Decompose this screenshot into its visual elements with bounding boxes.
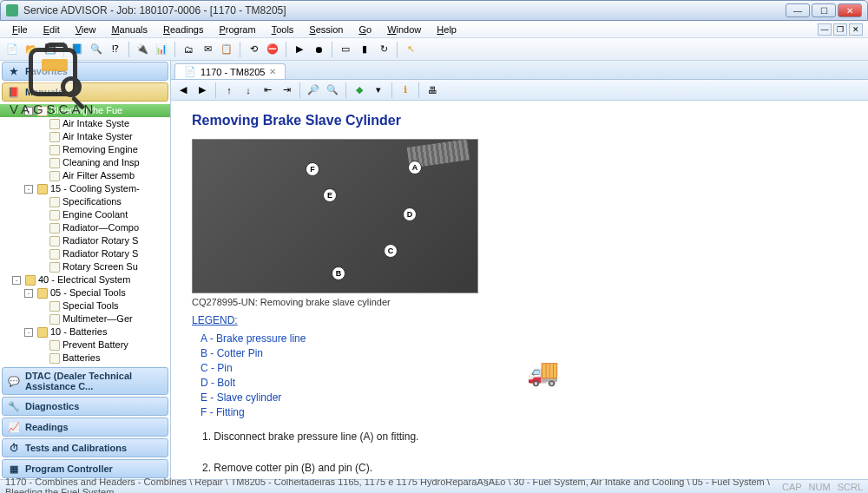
menu-manuals[interactable]: Manuals bbox=[104, 23, 155, 36]
tree-node[interactable]: Radiator Rotary S bbox=[0, 234, 170, 247]
tab-tm8205[interactable]: 📄 1170 - TM8205 ✕ bbox=[174, 63, 286, 79]
tb-readings-icon[interactable]: 📊 bbox=[153, 41, 170, 58]
tree-node[interactable]: Air Intake Syste bbox=[0, 117, 170, 130]
tb-open-icon[interactable]: 📂 bbox=[23, 41, 40, 58]
tree-node[interactable]: Prevent Battery bbox=[0, 339, 170, 352]
tb-pointer-icon[interactable]: ↖ bbox=[402, 41, 419, 58]
tree-node[interactable]: Engine Coolant bbox=[0, 208, 170, 221]
sidebar-dtac[interactable]: 💬DTAC (Dealer Technical Assistance C... bbox=[2, 367, 168, 395]
status-bar: 1170 - Combines and Headers - Combines \… bbox=[0, 479, 868, 493]
tab-label: 1170 - TM8205 bbox=[201, 67, 265, 77]
document-viewer[interactable]: Removing Brake Slave Cylinder A B C D E … bbox=[171, 101, 868, 479]
tree-node[interactable]: -05 - Special Tools bbox=[0, 286, 170, 299]
tree-node[interactable]: -10 - Batteries bbox=[0, 325, 170, 339]
tb-new-icon[interactable]: 📄 bbox=[3, 41, 21, 58]
info-icon[interactable]: ℹ bbox=[397, 82, 414, 99]
chart-icon: 📈 bbox=[8, 421, 20, 433]
sidebar-manuals[interactable]: 📕Manuals bbox=[2, 82, 168, 102]
manual-tree[interactable]: -Bleeding the FueAir Intake SysteAir Int… bbox=[0, 102, 170, 366]
bookmark-arrow-icon[interactable]: ▾ bbox=[370, 82, 387, 99]
nav-down-icon[interactable]: ↓ bbox=[240, 82, 257, 99]
mdi-restore[interactable]: ❐ bbox=[833, 23, 847, 36]
callout-b: B bbox=[332, 266, 345, 280]
document-tabs: 📄 1170 - TM8205 ✕ bbox=[171, 61, 868, 80]
nav-up-icon[interactable]: ↑ bbox=[220, 82, 238, 99]
tree-node[interactable]: Batteries bbox=[0, 352, 170, 365]
tb-win2-icon[interactable]: ▮ bbox=[356, 41, 373, 58]
nav-back-icon[interactable]: ◀ bbox=[174, 82, 192, 99]
menu-edit[interactable]: Edit bbox=[36, 23, 67, 36]
sidebar-favorites[interactable]: ★Favorites bbox=[2, 62, 168, 81]
chip-icon: ▦ bbox=[8, 463, 20, 475]
mdi-minimize[interactable]: — bbox=[818, 23, 832, 36]
menu-file[interactable]: File bbox=[5, 23, 35, 36]
minimize-button[interactable]: — bbox=[786, 3, 810, 17]
menu-program[interactable]: Program bbox=[212, 23, 262, 36]
print-icon[interactable]: 🖶 bbox=[424, 82, 441, 99]
star-icon: ★ bbox=[8, 65, 20, 77]
tree-node[interactable]: -Bleeding the Fue bbox=[0, 104, 170, 117]
tb-folder-icon[interactable]: 🗂 bbox=[180, 41, 197, 58]
tree-node[interactable]: Cleaning and Insp bbox=[0, 156, 170, 169]
main-toolbar: 📄 📂 💾 📘 🔍 ⁉ 🔌 📊 🗂 ✉ 📋 ⟲ ⛔ ▶ ⏺ ▭ ▮ ↻ ↖ bbox=[0, 38, 868, 61]
tb-search-icon[interactable]: 🔍 bbox=[88, 41, 105, 58]
tb-save-icon[interactable]: 💾 bbox=[42, 41, 59, 58]
tree-node[interactable]: Special Tools bbox=[0, 299, 170, 312]
tb-mail-icon[interactable]: ✉ bbox=[199, 41, 216, 58]
tb-refresh-icon[interactable]: ↻ bbox=[375, 41, 392, 58]
tree-node[interactable]: -40 - Electrical System bbox=[0, 273, 170, 286]
tb-report-icon[interactable]: 📋 bbox=[218, 41, 235, 58]
tree-node[interactable]: Using a Booster B bbox=[0, 365, 170, 366]
tb-back-icon[interactable]: ⟲ bbox=[245, 41, 262, 58]
zoom-icon[interactable]: 🔍 bbox=[324, 82, 341, 99]
callout-c: C bbox=[384, 244, 398, 258]
sidebar-tests[interactable]: ⏱Tests and Calibrations bbox=[2, 438, 168, 457]
tab-close-icon[interactable]: ✕ bbox=[269, 67, 276, 76]
callout-f: F bbox=[306, 162, 319, 176]
window-title: Service ADVISOR - Job: 180107-0006 - [11… bbox=[23, 4, 786, 16]
legend-heading[interactable]: LEGEND: bbox=[192, 314, 238, 326]
close-button[interactable]: ✕ bbox=[838, 3, 862, 17]
tree-node[interactable]: Air Intake Syster bbox=[0, 130, 170, 143]
mdi-close[interactable]: ✕ bbox=[849, 23, 863, 36]
tree-node[interactable]: Radiator—Compo bbox=[0, 221, 170, 234]
menu-session[interactable]: Session bbox=[302, 23, 350, 36]
menu-help[interactable]: Help bbox=[430, 23, 464, 36]
sidebar-diagnostics[interactable]: 🔧Diagnostics bbox=[2, 397, 168, 416]
tb-win1-icon[interactable]: ▭ bbox=[337, 41, 354, 58]
tb-stop-icon[interactable]: ⛔ bbox=[264, 41, 281, 58]
sidebar-readings[interactable]: 📈Readings bbox=[2, 417, 168, 437]
gauge-icon: ⏱ bbox=[8, 442, 20, 454]
tree-node[interactable]: Air Filter Assemb bbox=[0, 169, 170, 182]
tree-node[interactable]: Removing Engine bbox=[0, 143, 170, 156]
tb-manual-icon[interactable]: 📘 bbox=[69, 41, 86, 58]
callout-a: A bbox=[408, 161, 422, 174]
nav-prev-icon[interactable]: ⇤ bbox=[259, 82, 276, 99]
menu-view[interactable]: View bbox=[69, 23, 103, 36]
menu-tools[interactable]: Tools bbox=[265, 23, 301, 36]
bookmark-icon[interactable]: ◆ bbox=[351, 82, 368, 99]
tree-node[interactable]: Rotary Screen Su bbox=[0, 260, 170, 273]
tb-diag-icon[interactable]: ⁉ bbox=[107, 41, 124, 58]
find-icon[interactable]: 🔎 bbox=[305, 82, 322, 99]
tree-node[interactable]: Radiator Rotary S bbox=[0, 247, 170, 260]
figure-image: A B C D E F bbox=[192, 139, 478, 293]
nav-fwd-icon[interactable]: ▶ bbox=[194, 82, 211, 99]
tb-play-icon[interactable]: ▶ bbox=[291, 41, 308, 58]
book-icon: 📕 bbox=[8, 86, 20, 98]
nav-next-icon[interactable]: ⇥ bbox=[278, 82, 295, 99]
menu-window[interactable]: Window bbox=[380, 23, 428, 36]
menu-go[interactable]: Go bbox=[352, 23, 378, 36]
document-toolbar: ◀ ▶ ↑ ↓ ⇤ ⇥ 🔎 🔍 ◆ ▾ ℹ 🖶 bbox=[171, 80, 868, 101]
tree-node[interactable]: Multimeter—Ger bbox=[0, 312, 170, 325]
menu-readings[interactable]: Readings bbox=[156, 23, 211, 36]
tb-connect-icon[interactable]: 🔌 bbox=[134, 41, 151, 58]
tb-record-icon[interactable]: ⏺ bbox=[310, 41, 327, 58]
tree-node[interactable]: Specifications bbox=[0, 195, 170, 208]
page-title: Removing Brake Slave Cylinder bbox=[192, 113, 847, 128]
callout-e: E bbox=[323, 188, 337, 202]
status-num: NUM bbox=[809, 482, 831, 492]
maximize-button[interactable]: ☐ bbox=[812, 3, 836, 17]
tree-node[interactable]: -15 - Cooling System- bbox=[0, 182, 170, 195]
figure-caption: CQ278995-UN: Removing brake slave cylind… bbox=[192, 297, 847, 307]
